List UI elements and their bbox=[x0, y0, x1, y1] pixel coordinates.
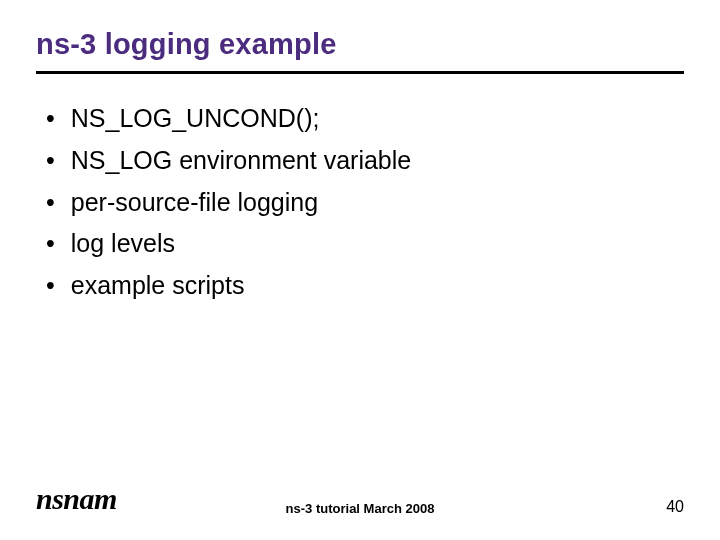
list-item: per-source-file logging bbox=[46, 186, 684, 220]
list-item: NS_LOG environment variable bbox=[46, 144, 684, 178]
bullet-text: log levels bbox=[71, 227, 175, 261]
page-number: 40 bbox=[666, 498, 684, 516]
bullet-text: NS_LOG_UNCOND(); bbox=[71, 102, 320, 136]
slide: ns-3 logging example NS_LOG_UNCOND(); NS… bbox=[0, 0, 720, 540]
footer: nsnam 40 bbox=[36, 482, 684, 516]
list-item: NS_LOG_UNCOND(); bbox=[46, 102, 684, 136]
slide-title: ns-3 logging example bbox=[36, 28, 684, 61]
bullet-list: NS_LOG_UNCOND(); NS_LOG environment vari… bbox=[36, 102, 684, 303]
logo: nsnam bbox=[36, 482, 117, 516]
list-item: example scripts bbox=[46, 269, 684, 303]
bullet-text: NS_LOG environment variable bbox=[71, 144, 411, 178]
list-item: log levels bbox=[46, 227, 684, 261]
bullet-text: per-source-file logging bbox=[71, 186, 318, 220]
bullet-text: example scripts bbox=[71, 269, 245, 303]
title-rule bbox=[36, 71, 684, 74]
